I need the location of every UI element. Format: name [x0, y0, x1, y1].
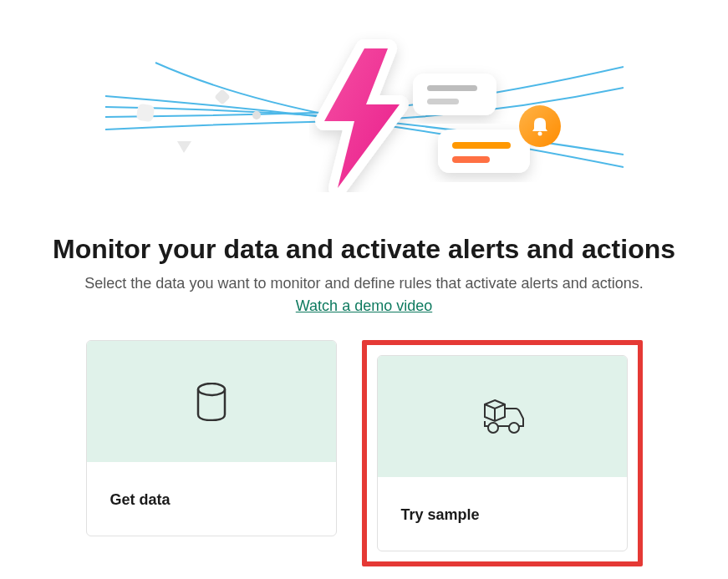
page-heading: Monitor your data and activate alerts an…: [53, 234, 675, 265]
try-sample-card[interactable]: Try sample: [377, 355, 628, 551]
svg-rect-1: [214, 89, 231, 105]
svg-point-14: [509, 423, 519, 433]
svg-point-12: [198, 383, 225, 395]
database-icon: [195, 383, 228, 421]
hero-illustration: [105, 25, 624, 192]
delivery-truck-icon: [479, 399, 526, 435]
svg-point-13: [488, 423, 498, 433]
svg-rect-6: [427, 99, 459, 104]
svg-rect-4: [413, 74, 496, 115]
cards-row: Get data Try sa: [86, 340, 643, 566]
try-sample-label-area: Try sample: [378, 477, 627, 551]
svg-point-2: [252, 111, 261, 119]
try-sample-label: Try sample: [401, 506, 480, 524]
try-sample-icon-area: [378, 356, 627, 477]
activator-hero-icon: [105, 25, 624, 192]
get-data-label-area: Get data: [87, 462, 336, 536]
svg-rect-8: [452, 142, 511, 149]
try-sample-highlight: Try sample: [362, 340, 643, 566]
svg-marker-3: [177, 141, 191, 153]
get-data-card[interactable]: Get data: [86, 340, 337, 536]
page-subheading: Select the data you want to monitor and …: [84, 275, 643, 292]
get-data-icon-area: [87, 341, 336, 462]
svg-rect-0: [135, 104, 155, 123]
svg-rect-7: [438, 130, 530, 173]
watch-demo-link[interactable]: Watch a demo video: [296, 297, 432, 315]
svg-rect-5: [427, 85, 477, 91]
svg-rect-9: [452, 156, 490, 163]
svg-point-11: [537, 132, 542, 136]
get-data-label: Get data: [110, 491, 171, 509]
